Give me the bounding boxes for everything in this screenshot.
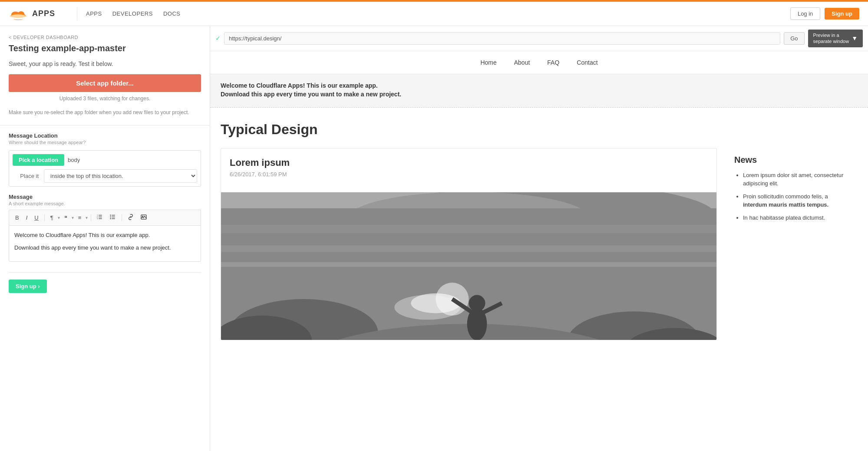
toolbar-underline[interactable]: U	[32, 213, 41, 222]
news-widget: News Lorem ipsum dolor sit amet, consect…	[727, 148, 858, 340]
nav-developers[interactable]: DEVELOPERS	[112, 10, 153, 17]
editor-toolbar: B I U ¶ ▾ ❝ ▾ ≡ ▾ 1.2.3.	[9, 210, 201, 225]
place-it-row: Place it inside the top of this location…	[13, 169, 197, 183]
message-label: Message	[9, 194, 201, 200]
editor-line-2: Download this app every time you want to…	[14, 244, 195, 253]
toolbar-image[interactable]	[138, 213, 149, 223]
message-location-label: Message Location	[9, 132, 201, 139]
website-nav-home[interactable]: Home	[480, 59, 496, 66]
toolbar-italic[interactable]: I	[23, 213, 30, 222]
pick-location-button[interactable]: Pick a location	[13, 154, 64, 166]
section-divider	[0, 125, 210, 125]
svg-rect-11	[112, 215, 115, 216]
article-date: 6/26/2017, 6:01:59 PM	[230, 171, 708, 178]
page-title: Testing example-app-master	[9, 43, 201, 53]
sidebar-footer: Sign up ›	[9, 272, 201, 293]
toolbar-link[interactable]	[125, 213, 136, 223]
select-folder-button[interactable]: Select app folder...	[9, 74, 201, 92]
toolbar-separator-1	[44, 214, 45, 221]
svg-rect-23	[221, 225, 716, 233]
welcome-line-1: Welcome to Cloudflare Apps! This is our …	[221, 82, 858, 89]
preview-area: ✓ Go Preview in aseparate window ▼ Home …	[210, 26, 868, 451]
website-preview: Home About FAQ Contact Welcome to Cloudf…	[210, 51, 868, 451]
logo-text: APPS	[32, 9, 55, 18]
message-location-section: Message Location Where should the messag…	[9, 132, 201, 187]
toolbar-align-arrow: ▾	[86, 215, 88, 220]
go-button[interactable]: Go	[784, 32, 804, 45]
svg-rect-13	[112, 218, 115, 219]
upload-status: Uploaded 3 files, watching for changes.	[9, 95, 201, 102]
checkmark-icon: ✓	[215, 35, 221, 42]
article-header: Lorem ipsum 6/26/2017, 6:01:59 PM	[221, 148, 716, 192]
website-nav-contact[interactable]: Contact	[577, 59, 597, 66]
signup-footer-button[interactable]: Sign up ›	[9, 280, 47, 293]
news-list: Lorem ipsum dolor sit amet, consectetur …	[734, 171, 851, 222]
logo-area: APPS	[9, 7, 55, 20]
news-title: News	[734, 155, 851, 165]
news-item-3: In hac habitasse platea dictumst.	[743, 214, 851, 222]
svg-rect-5	[99, 215, 102, 216]
preview-arrow-icon: ▼	[851, 34, 858, 42]
website-nav-about[interactable]: About	[514, 59, 530, 66]
toolbar-blockquote[interactable]: ❝	[62, 213, 70, 222]
article-title: Lorem ipsum	[230, 157, 708, 168]
breadcrumb[interactable]: < Developer Dashboard	[9, 35, 201, 40]
nav-apps[interactable]: APPS	[86, 10, 102, 17]
header: APPS APPS DEVELOPERS DOCS Log in Sign up	[0, 2, 868, 26]
toolbar-align[interactable]: ≡	[76, 213, 84, 222]
main-layout: < Developer Dashboard Testing example-ap…	[0, 26, 868, 451]
welcome-banner: Welcome to Cloudflare Apps! This is our …	[210, 74, 868, 108]
news-item-1: Lorem ipsum dolor sit amet, consectetur …	[743, 171, 851, 188]
svg-point-16	[110, 218, 111, 219]
toolbar-separator-2	[91, 214, 91, 221]
location-picker: Pick a location body Place it inside the…	[9, 150, 201, 187]
svg-rect-7	[99, 218, 102, 219]
website-nav-faq[interactable]: FAQ	[547, 59, 559, 66]
svg-text:3.: 3.	[97, 217, 98, 220]
svg-rect-24	[221, 245, 716, 252]
svg-point-4	[10, 14, 27, 18]
news-item-2: Proin sollicitudin commodo felis, a inte…	[743, 192, 851, 209]
location-value: body	[68, 157, 197, 163]
website-nav: Home About FAQ Contact	[210, 51, 868, 74]
website-body: Typical Design Lorem ipsum 6/26/2017, 6:…	[210, 108, 868, 354]
article-card: Lorem ipsum 6/26/2017, 6:01:59 PM	[221, 148, 717, 340]
svg-rect-6	[99, 217, 102, 217]
svg-point-33	[436, 283, 469, 316]
website-title: Typical Design	[221, 122, 858, 138]
toolbar-bold[interactable]: B	[13, 213, 22, 222]
signup-button[interactable]: Sign up	[825, 8, 859, 20]
toolbar-ol[interactable]: 1.2.3.	[94, 213, 106, 223]
svg-point-14	[110, 215, 111, 216]
location-input-row: Pick a location body	[13, 154, 197, 166]
login-button[interactable]: Log in	[790, 7, 820, 20]
toolbar-separator-3	[122, 214, 122, 221]
nav-docs[interactable]: DOCS	[163, 10, 181, 17]
content-grid: Lorem ipsum 6/26/2017, 6:01:59 PM	[221, 148, 858, 340]
hint-text: Make sure you re-select the app folder w…	[9, 109, 201, 116]
article-image	[221, 192, 716, 340]
url-bar[interactable]	[224, 32, 780, 45]
svg-point-35	[469, 295, 485, 311]
toolbar-ul[interactable]	[107, 213, 119, 223]
place-it-select[interactable]: inside the top of this location. inside …	[44, 169, 197, 183]
welcome-line-2: Download this app every time you want to…	[221, 91, 858, 98]
svg-rect-25	[221, 262, 716, 267]
preview-toolbar: ✓ Go Preview in aseparate window ▼	[210, 26, 868, 51]
preview-window-button[interactable]: Preview in aseparate window ▼	[808, 30, 863, 47]
toolbar-paragraph[interactable]: ¶	[48, 213, 56, 222]
toolbar-bq-arrow: ▾	[72, 215, 74, 220]
sidebar: < Developer Dashboard Testing example-ap…	[0, 26, 210, 451]
news-item-2-bold: interdum mauris mattis tempus.	[743, 201, 828, 208]
message-section: Message A short example message. B I U ¶…	[9, 194, 201, 262]
preview-window-label: Preview in aseparate window	[813, 32, 849, 45]
header-divider	[77, 7, 77, 20]
svg-rect-12	[112, 217, 115, 217]
subtitle: Sweet, your app is ready. Test it below.	[9, 60, 201, 67]
place-it-label: Place it	[13, 173, 39, 179]
page-title-prefix: Testing	[9, 43, 41, 53]
header-actions: Log in Sign up	[790, 7, 859, 20]
editor-line-1: Welcome to Cloudflare Apps! This is our …	[14, 231, 195, 240]
cloudflare-logo-icon	[9, 7, 28, 20]
editor-content[interactable]: Welcome to Cloudflare Apps! This is our …	[9, 225, 201, 262]
